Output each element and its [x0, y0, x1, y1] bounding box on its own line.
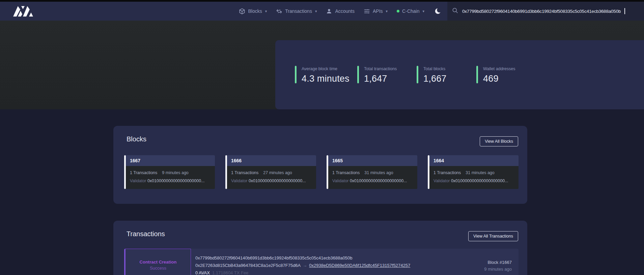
view-all-blocks-button[interactable]: View All Blocks [480, 136, 518, 146]
block-card[interactable]: 1667 1 Transactions9 minutes ago Validat… [124, 155, 215, 189]
block-tx-count: 1 Transactions [332, 170, 360, 175]
block-cards: 1667 1 Transactions9 minutes ago Validat… [124, 155, 519, 189]
nav-transactions-label: Transactions [285, 8, 312, 14]
block-age: 9 minutes ago [162, 170, 189, 175]
stat-average-block-time: Average block time 4.3 minutes [295, 66, 349, 84]
dark-mode-toggle[interactable] [434, 7, 442, 15]
block-age: 31 minutes ago [364, 170, 393, 175]
validator-label: Validator [433, 178, 450, 183]
validator-label: Validator [130, 178, 146, 183]
swap-arrows-icon [275, 7, 283, 15]
stat-total-transactions: Total transactions 1,647 [357, 66, 397, 84]
view-all-transactions-button[interactable]: View All Transactions [468, 231, 518, 241]
transaction-row[interactable]: Contract Creation Success 0x7799bd580272… [124, 249, 519, 275]
stat-value: 1,647 [364, 74, 397, 84]
chevron-down-icon: ▾ [386, 9, 388, 13]
nav-apis-label: APIs [373, 8, 383, 14]
chain-status-dot [397, 10, 399, 12]
search-icon [452, 7, 458, 15]
stat-label: Wallet addresses [483, 66, 515, 71]
transaction-details: 0x7799bd580272f9604140b6991d3bb6c19924bf… [195, 254, 410, 275]
card-accent-bar [225, 155, 227, 189]
blocks-title: Blocks [127, 135, 146, 143]
card-accent-bar [124, 155, 126, 189]
stat-accent-bar [476, 66, 478, 83]
avalanche-logo[interactable] [12, 5, 34, 17]
block-tx-count: 1 Transactions [433, 170, 461, 175]
stat-accent-bar [357, 66, 359, 83]
block-tx-count: 1 Transactions [130, 170, 157, 175]
block-card-body: 1 Transactions31 minutes ago Validator 0… [328, 166, 417, 189]
block-card[interactable]: 1664 1 Transactions31 minutes ago Valida… [428, 155, 519, 189]
validator-label: Validator [231, 178, 247, 183]
nav-chain-label: C-Chain [402, 8, 419, 14]
stats-panel: Average block time 4.3 minutes Total tra… [275, 40, 644, 109]
block-number[interactable]: 1667 [125, 155, 215, 166]
card-accent-bar [428, 155, 429, 189]
sliders-icon [364, 8, 370, 15]
transactions-section: Transactions View All Transactions Contr… [113, 221, 527, 275]
text-caret [624, 8, 625, 14]
person-icon [326, 8, 332, 15]
search-input[interactable]: 0x7799bd580272f9604140b6991d3bb6c19924bf… [462, 9, 621, 14]
block-number[interactable]: 1666 [227, 155, 316, 166]
search-bar[interactable]: 0x7799bd580272f9604140b6991d3bb6c19924bf… [447, 2, 644, 21]
block-card[interactable]: 1666 1 Transactions27 minutes ago Valida… [225, 155, 316, 189]
validator-address: 0x010000000000000000000... [147, 178, 205, 183]
transaction-amount: 0 AVAX [195, 270, 210, 275]
transactions-title: Transactions [127, 230, 165, 238]
validator-label: Validator [332, 178, 348, 183]
transaction-meta: Block #1667 9 minutes ago [484, 259, 512, 273]
block-number[interactable]: 1664 [429, 155, 519, 166]
stat-wallet-addresses: Wallet addresses 469 [476, 66, 515, 84]
blocks-section: Blocks View All Blocks 1667 1 Transactio… [113, 126, 527, 204]
block-tx-count: 1 Transactions [231, 170, 258, 175]
stat-accent-bar [417, 66, 418, 83]
nav-transactions[interactable]: Transactions ▾ [276, 8, 317, 15]
stat-value: 4.3 minutes [302, 74, 349, 84]
validator-address: 0x010000000000000000000... [350, 178, 407, 183]
transaction-status: Success [150, 266, 166, 271]
validator-address: 0x010000000000000000000... [249, 178, 306, 183]
avalanche-logo-icon [12, 5, 34, 17]
transactions-section-header: Transactions View All Transactions [113, 221, 527, 245]
block-number[interactable]: 1665 [328, 155, 417, 166]
stat-label: Average block time [302, 66, 349, 71]
nav-blocks-label: Blocks [248, 8, 262, 14]
stat-accent-bar [295, 66, 297, 83]
transaction-block-link[interactable]: Block #1667 [484, 259, 512, 266]
transaction-hash[interactable]: 0x7799bd580272f9604140b6991d3bb6c19924bf… [195, 254, 410, 262]
stat-label: Total transactions [364, 66, 397, 71]
blocks-section-header: Blocks View All Blocks [113, 126, 527, 150]
transaction-type: Contract Creation [140, 259, 177, 265]
nav-apis[interactable]: APIs ▾ [364, 8, 388, 15]
nav-items: Blocks ▾ Transactions ▾ Accounts APIs ▾ [239, 2, 442, 21]
block-age: 27 minutes ago [263, 170, 292, 175]
block-card-body: 1 Transactions27 minutes ago Validator 0… [227, 166, 316, 189]
block-card[interactable]: 1665 1 Transactions31 minutes ago Valida… [327, 155, 417, 189]
transaction-from-address[interactable]: 0x2E7263d815CbB43a9647843C8a1e2F5c87F75d… [195, 263, 301, 268]
cube-icon [239, 8, 245, 15]
card-accent-bar [327, 155, 328, 189]
chevron-down-icon: ▾ [315, 9, 317, 13]
stat-total-blocks: Total blocks 1,667 [417, 66, 447, 84]
arrow-right-icon: → [301, 263, 309, 268]
nav-blocks[interactable]: Blocks ▾ [239, 8, 267, 15]
chevron-down-icon: ▾ [422, 9, 424, 13]
block-card-body: 1 Transactions9 minutes ago Validator 0x… [125, 166, 215, 189]
chevron-down-icon: ▾ [265, 9, 267, 13]
block-age: 31 minutes ago [466, 170, 494, 175]
transaction-fee: 1.1718604 TX Fee [212, 270, 248, 275]
transaction-age: 9 minutes ago [484, 266, 512, 273]
block-card-body: 1 Transactions31 minutes ago Validator 0… [429, 166, 519, 189]
navbar: Blocks ▾ Transactions ▾ Accounts APIs ▾ [0, 2, 644, 21]
nav-accounts[interactable]: Accounts [326, 8, 355, 15]
moon-icon [434, 7, 442, 15]
nav-chain-selector[interactable]: C-Chain ▾ [397, 8, 424, 14]
transaction-to-address[interactable]: 0x2938eD5D869e50DA6f125dfc45F13157f52742… [309, 263, 410, 268]
validator-address: 0x010000000000000000000... [451, 178, 508, 183]
top-strip [0, 0, 644, 2]
stat-value: 469 [483, 74, 515, 84]
stat-value: 1,667 [423, 74, 447, 84]
stat-label: Total blocks [423, 66, 447, 71]
